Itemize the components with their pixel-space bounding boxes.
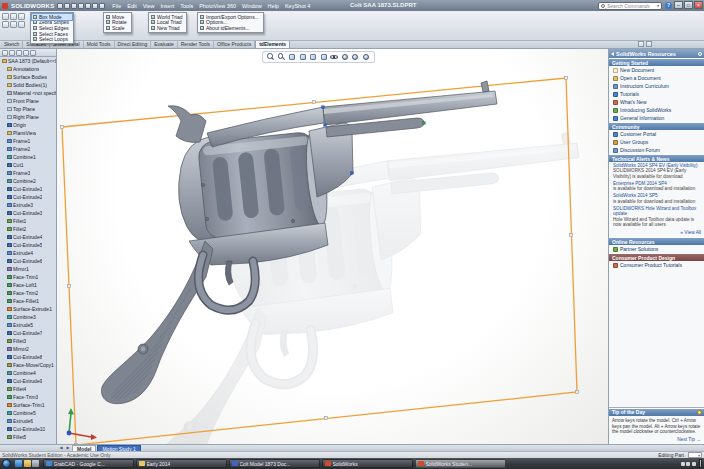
view-tool-icon[interactable] bbox=[299, 53, 307, 61]
commandmanager-tab[interactable]: Evaluate bbox=[151, 40, 177, 48]
taskbar-window-button[interactable]: GrabCAD - Google C... bbox=[43, 459, 134, 468]
feature-tree-item[interactable]: Mirror2 bbox=[0, 345, 56, 353]
view-tool-icon[interactable] bbox=[351, 53, 359, 61]
menu-item[interactable]: View bbox=[142, 3, 156, 9]
toolbar-toggle-icon[interactable] bbox=[638, 41, 644, 47]
taskbar-window-button[interactable]: Colt Model 1873 Doc... bbox=[229, 459, 320, 468]
news-item[interactable]: SOLIDWORKS Hole Wizard and Toolbox updat… bbox=[613, 206, 702, 227]
close-button[interactable]: × bbox=[694, 1, 703, 9]
help-icon[interactable]: ? bbox=[665, 2, 672, 9]
feature-tree-item[interactable]: Fillet3 bbox=[0, 337, 56, 345]
taskbar-window-button[interactable]: SolidWorks Studen... bbox=[415, 459, 506, 468]
feature-tree-item[interactable]: Face-Loft1 bbox=[0, 281, 56, 289]
feature-tree-item[interactable]: Mirror1 bbox=[0, 265, 56, 273]
task-pane-link[interactable]: Discussion Forum bbox=[609, 146, 704, 154]
browser-icon[interactable] bbox=[15, 460, 22, 467]
start-button[interactable] bbox=[2, 459, 11, 468]
revolver-model[interactable] bbox=[101, 81, 497, 404]
task-pane-link[interactable]: New Document bbox=[609, 66, 704, 74]
menu-item[interactable]: File bbox=[111, 3, 122, 9]
menu-item[interactable]: Window bbox=[241, 3, 263, 9]
toolbar-icon[interactable] bbox=[10, 13, 17, 20]
commandmanager-tab[interactable]: Sketch bbox=[1, 40, 23, 48]
feature-panel-tab-icon[interactable] bbox=[23, 50, 29, 56]
feature-tree-item[interactable]: Combine1 bbox=[0, 153, 56, 161]
commandmanager-tab[interactable]: Render Tools bbox=[178, 40, 214, 48]
feature-tree-item[interactable]: Fillet4 bbox=[0, 385, 56, 393]
task-pane-link[interactable]: What's New bbox=[609, 98, 704, 106]
feature-tree-item[interactable]: Combine4 bbox=[0, 369, 56, 377]
feature-tree-item[interactable]: Face-Move/Copy1 bbox=[0, 361, 56, 369]
taskbar-window-button[interactable]: SolidWorks bbox=[322, 459, 413, 468]
toolbar-icon[interactable] bbox=[2, 13, 9, 20]
news-item[interactable]: SolidWorks 2014 SP5is available for down… bbox=[613, 193, 702, 204]
view-tool-icon[interactable] bbox=[320, 53, 328, 61]
model-3d-view[interactable] bbox=[57, 49, 608, 444]
feature-tree-item[interactable]: Extrude6 bbox=[0, 417, 56, 425]
commandmanager-tab[interactable]: Office Products bbox=[214, 40, 255, 48]
toolbar-toggle-icon[interactable] bbox=[646, 41, 652, 47]
task-pane-link[interactable]: Customer Portal bbox=[609, 130, 704, 138]
news-item[interactable]: Enterprise PDM 2014 SP4is available for … bbox=[613, 181, 702, 192]
feature-tree-item[interactable]: Fillet2 bbox=[0, 225, 56, 233]
feature-tree-item[interactable]: Origin bbox=[0, 121, 56, 129]
show-desktop-button[interactable] bbox=[699, 459, 702, 468]
feature-tree-item[interactable]: Right Plane bbox=[0, 113, 56, 121]
view-tool-icon[interactable] bbox=[341, 53, 349, 61]
quick-toolbar-icon[interactable] bbox=[57, 3, 63, 9]
graphics-area[interactable] bbox=[57, 49, 608, 444]
menu-item[interactable]: Help bbox=[267, 3, 280, 9]
task-pane-link[interactable]: Partner Solutions bbox=[609, 245, 704, 253]
view-tool-icon[interactable] bbox=[362, 53, 370, 61]
feature-tree-item[interactable]: Cut-Extrude2 bbox=[0, 193, 56, 201]
feature-panel-tab-icon[interactable] bbox=[2, 50, 8, 56]
menu-item[interactable]: Tools bbox=[179, 3, 194, 9]
tray-icon[interactable] bbox=[686, 462, 690, 466]
feature-tree-item[interactable]: Frame3 bbox=[0, 169, 56, 177]
view-tool-icon[interactable] bbox=[278, 53, 286, 61]
status-dropdown[interactable]: ▾ bbox=[688, 452, 702, 458]
feature-tree-item[interactable]: Cut-Extrude1 bbox=[0, 185, 56, 193]
task-pane-link[interactable]: General Information bbox=[609, 114, 704, 122]
minimize-button[interactable]: – bbox=[674, 1, 683, 9]
view-tool-icon[interactable] bbox=[267, 53, 275, 61]
feature-panel-tab-icon[interactable] bbox=[30, 50, 36, 56]
menu-option[interactable]: New Triad bbox=[150, 25, 185, 31]
menu-option[interactable]: Scale bbox=[105, 25, 130, 31]
feature-tree-item[interactable]: Face-Trim3 bbox=[0, 393, 56, 401]
explorer-icon[interactable] bbox=[24, 460, 31, 467]
feature-tree-item[interactable]: Frame1 bbox=[0, 137, 56, 145]
feature-tree-item[interactable]: Face-Trim2 bbox=[0, 289, 56, 297]
restore-button[interactable]: □ bbox=[684, 1, 693, 9]
feature-tree-item[interactable]: Annotations bbox=[0, 65, 56, 73]
menu-item[interactable]: PhotoView 360 bbox=[198, 3, 237, 9]
search-commands-box[interactable]: Search Commands ▾ bbox=[598, 2, 662, 10]
task-pane-link[interactable]: Tutorials bbox=[609, 90, 704, 98]
task-pane-link[interactable]: User Groups bbox=[609, 138, 704, 146]
commandmanager-tab[interactable]: Mold Tools bbox=[84, 40, 115, 48]
view-tool-icon[interactable] bbox=[330, 53, 338, 61]
toolbar-icon[interactable] bbox=[10, 21, 17, 28]
feature-tree-item[interactable]: Cut-Extrude7 bbox=[0, 329, 56, 337]
feature-panel-tab-icon[interactable] bbox=[16, 50, 22, 56]
feature-tree-item[interactable]: Cut-Extrude9 bbox=[0, 377, 56, 385]
collapse-arrow-icon[interactable] bbox=[611, 52, 614, 56]
taskbar-window-button[interactable]: Early 2014 bbox=[136, 459, 227, 468]
feature-tree-item[interactable]: Cut-Extrude10 bbox=[0, 425, 56, 433]
commandmanager-tab[interactable]: Direct Editing bbox=[115, 40, 152, 48]
quick-toolbar-icon[interactable] bbox=[64, 3, 70, 9]
tray-icon[interactable] bbox=[692, 462, 696, 466]
menu-item[interactable]: KeyShot 4 bbox=[284, 3, 311, 9]
quick-toolbar-icon[interactable] bbox=[99, 3, 105, 9]
menu-item[interactable]: Edit bbox=[126, 3, 137, 9]
feature-tree-item[interactable]: Extrude4 bbox=[0, 249, 56, 257]
feature-tree-item[interactable]: Cut-Extrude3 bbox=[0, 209, 56, 217]
task-pane-link[interactable]: Instructors Curriculum bbox=[609, 82, 704, 90]
feature-tree-item[interactable]: Surface-Extrude1 bbox=[0, 305, 56, 313]
quick-toolbar-icon[interactable] bbox=[71, 3, 77, 9]
feature-tree-item[interactable]: Cut-Extrude5 bbox=[0, 241, 56, 249]
feature-tree-item[interactable]: Combine3 bbox=[0, 313, 56, 321]
feature-tree-item[interactable]: Frame2 bbox=[0, 145, 56, 153]
feature-tree-item[interactable]: Extrude3 bbox=[0, 201, 56, 209]
feature-tree-item[interactable]: Cut1 bbox=[0, 161, 56, 169]
